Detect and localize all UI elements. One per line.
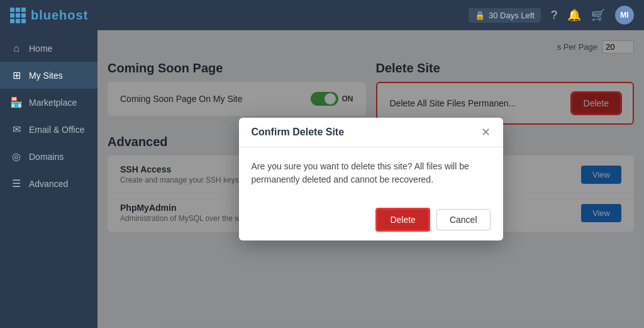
sidebar-item-my-sites[interactable]: ⊞ My Sites bbox=[0, 62, 97, 89]
modal-footer: Delete Cancel bbox=[239, 199, 503, 240]
days-left-badge: 🔒 30 Days Left bbox=[469, 8, 541, 23]
modal-overlay: Confirm Delete Site ✕ Are you sure you w… bbox=[97, 30, 644, 328]
sidebar-item-email-office[interactable]: ✉ Email & Office bbox=[0, 116, 97, 143]
header-right: 🔒 30 Days Left ? 🔔 🛒 MI bbox=[469, 6, 634, 25]
main-layout: ⌂ Home ⊞ My Sites 🏪 Marketplace ✉ Email … bbox=[0, 30, 644, 328]
sidebar-item-domains[interactable]: ◎ Domains bbox=[0, 143, 97, 170]
logo-grid-icon bbox=[10, 8, 26, 23]
confirm-delete-modal: Confirm Delete Site ✕ Are you sure you w… bbox=[239, 118, 503, 240]
domain-icon: ◎ bbox=[10, 150, 23, 162]
sidebar-item-advanced[interactable]: ☰ Advanced bbox=[0, 170, 97, 197]
sidebar-item-home-label: Home bbox=[29, 43, 52, 54]
modal-title: Confirm Delete Site bbox=[252, 127, 345, 138]
modal-delete-button[interactable]: Delete bbox=[375, 208, 430, 232]
sidebar-item-home[interactable]: ⌂ Home bbox=[0, 35, 97, 62]
avatar[interactable]: MI bbox=[615, 6, 634, 25]
bell-icon[interactable]: 🔔 bbox=[567, 8, 581, 22]
email-icon: ✉ bbox=[10, 123, 23, 135]
cart-icon[interactable]: 🛒 bbox=[591, 8, 605, 22]
help-icon[interactable]: ? bbox=[551, 9, 557, 22]
sidebar-item-email-label: Email & Office bbox=[29, 125, 84, 135]
content-area: s Per Page Coming Soon Page Coming Soon … bbox=[97, 30, 644, 328]
modal-cancel-button[interactable]: Cancel bbox=[436, 209, 491, 230]
lock-icon: 🔒 bbox=[475, 11, 485, 20]
modal-body-text: Are you sure you want to delete this sit… bbox=[252, 161, 469, 184]
advanced-icon: ☰ bbox=[10, 178, 23, 189]
logo: bluehost bbox=[10, 8, 88, 23]
home-icon: ⌂ bbox=[10, 43, 23, 54]
marketplace-icon: 🏪 bbox=[10, 96, 23, 108]
sidebar-item-my-sites-label: My Sites bbox=[29, 71, 63, 81]
logo-text: bluehost bbox=[31, 8, 88, 23]
sidebar-item-advanced-label: Advanced bbox=[29, 179, 68, 189]
header: bluehost 🔒 30 Days Left ? 🔔 🛒 MI bbox=[0, 0, 644, 30]
modal-body: Are you sure you want to delete this sit… bbox=[239, 147, 503, 199]
wordpress-icon: ⊞ bbox=[10, 69, 23, 81]
close-icon[interactable]: ✕ bbox=[481, 127, 491, 138]
sidebar: ⌂ Home ⊞ My Sites 🏪 Marketplace ✉ Email … bbox=[0, 30, 97, 328]
days-left-label: 30 Days Left bbox=[489, 11, 535, 20]
sidebar-item-domains-label: Domains bbox=[29, 152, 64, 162]
modal-header: Confirm Delete Site ✕ bbox=[239, 118, 503, 147]
sidebar-item-marketplace[interactable]: 🏪 Marketplace bbox=[0, 89, 97, 116]
sidebar-item-marketplace-label: Marketplace bbox=[29, 98, 77, 108]
